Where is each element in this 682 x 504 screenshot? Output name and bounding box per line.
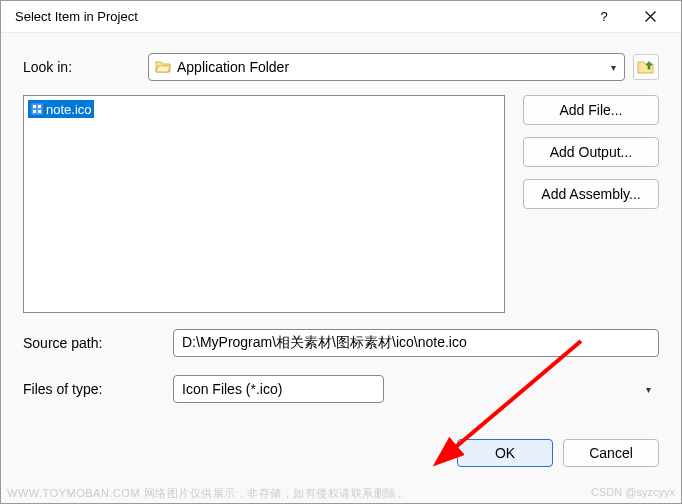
up-folder-button[interactable] bbox=[633, 54, 659, 80]
dialog-footer: OK Cancel bbox=[1, 439, 681, 481]
file-listbox[interactable]: note.ico bbox=[23, 95, 505, 313]
lookin-label: Look in: bbox=[23, 59, 148, 75]
folder-icon bbox=[155, 60, 171, 74]
window-title: Select Item in Project bbox=[15, 9, 581, 24]
window-controls: ? bbox=[581, 2, 673, 32]
add-assembly-button[interactable]: Add Assembly... bbox=[523, 179, 659, 209]
watermark: WWW.TOYMOBAN.COM 网络图片仅供展示，非存储，如有侵权请联系删除。… bbox=[7, 486, 675, 501]
titlebar: Select Item in Project ? bbox=[1, 1, 681, 33]
source-path-row: Source path: bbox=[23, 329, 659, 357]
source-path-input[interactable] bbox=[173, 329, 659, 357]
list-item[interactable]: note.ico bbox=[28, 100, 94, 118]
close-button[interactable] bbox=[627, 2, 673, 32]
watermark-left: WWW.TOYMOBAN.COM 网络图片仅供展示，非存储，如有侵权请联系删除。 bbox=[7, 486, 408, 501]
source-path-label: Source path: bbox=[23, 335, 173, 351]
chevron-down-icon: ▾ bbox=[646, 384, 651, 395]
main-row: note.ico Add File... Add Output... Add A… bbox=[23, 95, 659, 313]
svg-rect-2 bbox=[38, 105, 41, 108]
add-file-button[interactable]: Add File... bbox=[523, 95, 659, 125]
ok-button[interactable]: OK bbox=[457, 439, 553, 467]
lookin-combo[interactable]: Application Folder ▾ bbox=[148, 53, 625, 81]
folder-up-icon bbox=[637, 59, 655, 75]
cancel-button[interactable]: Cancel bbox=[563, 439, 659, 467]
files-of-type-label: Files of type: bbox=[23, 381, 173, 397]
svg-rect-4 bbox=[38, 110, 41, 113]
watermark-right: CSDN @syzcyyx bbox=[591, 486, 675, 501]
close-icon bbox=[645, 11, 656, 22]
files-of-type-select[interactable] bbox=[173, 375, 384, 403]
files-of-type-row: Files of type: ▾ bbox=[23, 375, 659, 403]
file-icon bbox=[30, 102, 44, 116]
lookin-value: Application Folder bbox=[177, 59, 607, 75]
side-buttons: Add File... Add Output... Add Assembly..… bbox=[523, 95, 659, 209]
svg-rect-3 bbox=[33, 110, 36, 113]
file-name: note.ico bbox=[46, 102, 92, 117]
svg-rect-0 bbox=[31, 103, 43, 115]
svg-rect-1 bbox=[33, 105, 36, 108]
add-output-button[interactable]: Add Output... bbox=[523, 137, 659, 167]
help-button[interactable]: ? bbox=[581, 2, 627, 32]
lookin-row: Look in: Application Folder ▾ bbox=[23, 53, 659, 81]
chevron-down-icon: ▾ bbox=[607, 62, 620, 73]
